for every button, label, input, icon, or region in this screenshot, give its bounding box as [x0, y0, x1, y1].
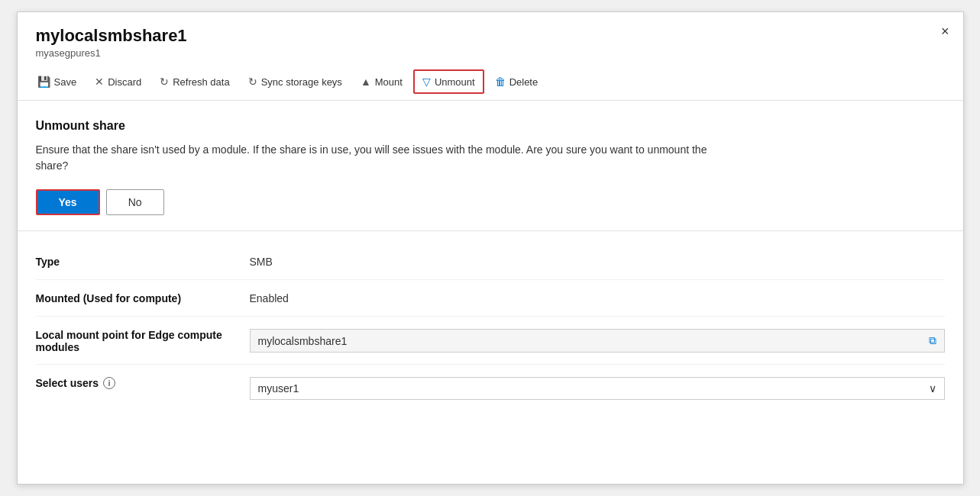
dialog-message: Ensure that the share isn't used by a mo… — [36, 142, 723, 174]
mount-icon: ▲ — [361, 76, 371, 88]
main-panel: mylocalsmbshare1 myasegpures1 × 💾 Save ✕… — [17, 11, 964, 485]
mount-point-text: mylocalsmbshare1 — [258, 335, 348, 347]
refresh-button[interactable]: ↻ Refresh data — [152, 71, 237, 92]
delete-icon: 🗑 — [495, 76, 506, 88]
mount-point-input: mylocalsmbshare1 ⧉ — [250, 329, 945, 353]
select-users-text: myuser1 — [258, 382, 299, 395]
type-row: Type SMB — [36, 243, 945, 280]
save-icon: 💾 — [37, 76, 50, 88]
toolbar: 💾 Save ✕ Discard ↻ Refresh data ↻ Sync s… — [18, 63, 963, 101]
dialog-buttons: Yes No — [36, 189, 945, 215]
sync-icon: ↻ — [248, 76, 257, 88]
copy-icon[interactable]: ⧉ — [929, 334, 936, 347]
chevron-down-icon: ∨ — [929, 382, 936, 395]
select-users-dropdown[interactable]: myuser1 ∨ — [250, 377, 945, 400]
type-label: Type — [36, 254, 250, 268]
discard-icon: ✕ — [95, 76, 104, 88]
mounted-value: Enabled — [250, 291, 945, 304]
mount-button[interactable]: ▲ Mount — [353, 71, 410, 92]
panel-title: mylocalsmbshare1 — [36, 26, 945, 46]
delete-button[interactable]: 🗑 Delete — [487, 71, 546, 92]
detail-section: Type SMB Mounted (Used for compute) Enab… — [18, 231, 963, 423]
mount-point-label: Local mount point for Edge compute modul… — [36, 327, 250, 353]
yes-button[interactable]: Yes — [36, 189, 100, 215]
mount-label: Mount — [375, 76, 403, 88]
panel-subtitle: myasegpures1 — [36, 47, 945, 59]
refresh-icon: ↻ — [160, 76, 169, 88]
refresh-label: Refresh data — [173, 76, 229, 88]
select-users-label: Select users i — [36, 375, 250, 389]
sync-label: Sync storage keys — [261, 76, 342, 88]
mount-point-row: Local mount point for Edge compute modul… — [36, 317, 945, 365]
type-value: SMB — [250, 254, 945, 268]
save-button[interactable]: 💾 Save — [30, 71, 85, 92]
mounted-row: Mounted (Used for compute) Enabled — [36, 280, 945, 317]
sync-button[interactable]: ↻ Sync storage keys — [241, 71, 350, 92]
no-button[interactable]: No — [106, 189, 164, 215]
mount-point-value: mylocalsmbshare1 ⧉ — [250, 327, 945, 353]
panel-header: mylocalsmbshare1 myasegpures1 — [18, 12, 963, 63]
select-users-value: myuser1 ∨ — [250, 375, 945, 400]
unmount-icon: ▽ — [422, 76, 431, 88]
save-label: Save — [54, 76, 77, 88]
unmount-dialog: Unmount share Ensure that the share isn'… — [18, 101, 963, 231]
unmount-button[interactable]: ▽ Unmount — [413, 69, 484, 94]
select-users-row: Select users i myuser1 ∨ — [36, 365, 945, 411]
dialog-title: Unmount share — [36, 119, 945, 133]
mounted-label: Mounted (Used for compute) — [36, 291, 250, 304]
close-button[interactable]: × — [941, 24, 949, 38]
info-icon[interactable]: i — [103, 377, 115, 389]
unmount-label: Unmount — [435, 76, 475, 88]
discard-label: Discard — [108, 76, 141, 88]
discard-button[interactable]: ✕ Discard — [87, 71, 149, 92]
delete-label: Delete — [509, 76, 539, 88]
